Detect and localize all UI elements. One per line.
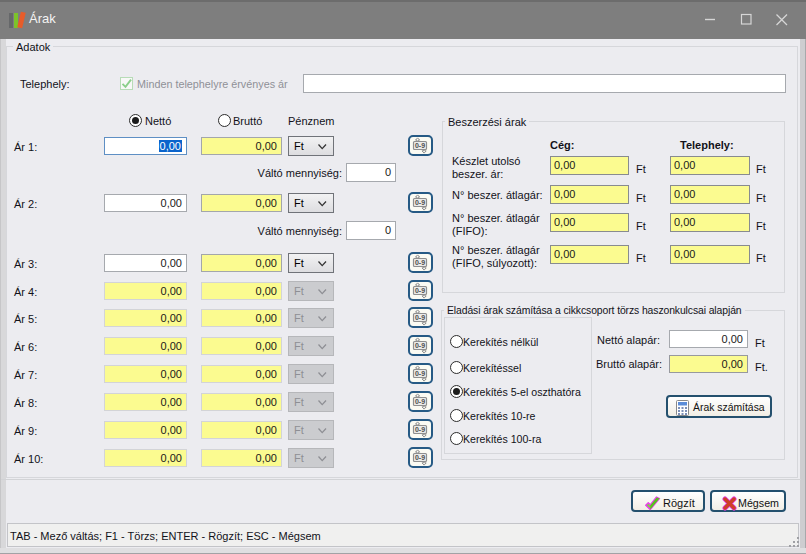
svg-text:0-9: 0-9 bbox=[415, 142, 425, 149]
svg-text:0-9: 0-9 bbox=[415, 398, 425, 405]
svg-text:0-9: 0-9 bbox=[415, 287, 425, 294]
svg-text:0-9: 0-9 bbox=[415, 314, 425, 321]
svg-text:0-9: 0-9 bbox=[415, 199, 425, 206]
svg-text:0-9: 0-9 bbox=[415, 426, 425, 433]
svg-text:0-9: 0-9 bbox=[415, 370, 425, 377]
svg-text:0-9: 0-9 bbox=[415, 454, 425, 461]
svg-text:0-9: 0-9 bbox=[415, 259, 425, 266]
svg-text:0-9: 0-9 bbox=[415, 342, 425, 349]
